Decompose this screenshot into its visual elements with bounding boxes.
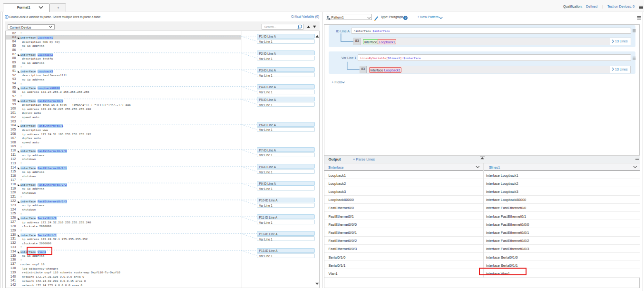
- svg-text:?: ?: [404, 16, 406, 20]
